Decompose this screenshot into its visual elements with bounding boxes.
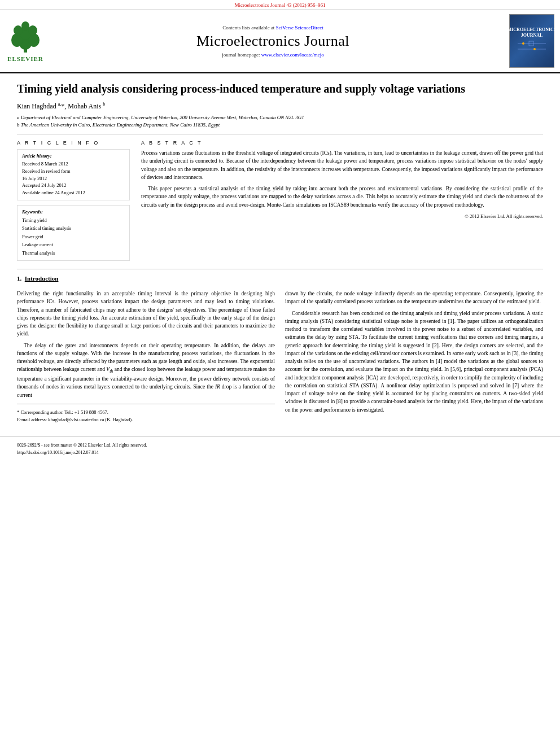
footer-area: 0026-2692/$ - see front matter © 2012 El…: [0, 436, 560, 458]
cover-title: MICROELECTRONICSJOURNAL: [508, 27, 557, 38]
email-label: E-mail address:: [17, 417, 47, 422]
intro-section-title: 1. Introduction: [17, 275, 543, 282]
journal-cover-image: MICROELECTRONICSJOURNAL: [509, 14, 554, 68]
article-info-col: A R T I C L E I N F O Article history: R…: [17, 140, 130, 261]
journal-citation: Microelectronics Journal 43 (2012) 956–9…: [235, 2, 326, 8]
keyword-2: Statistical timing analysis: [22, 224, 125, 232]
info-abstract-section: A R T I C L E I N F O Article history: R…: [17, 140, 543, 261]
svg-point-5: [14, 25, 23, 36]
keyword-3: Power grid: [22, 233, 125, 241]
abstract-heading: A B S T R A C T: [141, 140, 543, 146]
journal-homepage-line: journal homepage: www.elsevier.com/locat…: [45, 52, 501, 58]
svg-point-10: [522, 42, 524, 45]
intro-number: 1.: [17, 275, 21, 282]
keywords-label: Keywords:: [22, 209, 125, 215]
journal-title: Microelectronics Journal: [45, 33, 501, 50]
affiliation-a: a Department of Electrical and Computer …: [17, 114, 543, 121]
svg-point-7: [21, 21, 29, 30]
journal-center-info: Contents lists available at SciVerse Sci…: [45, 25, 501, 58]
article-history-box: Article history: Received 8 March 2012 R…: [17, 149, 130, 200]
svg-point-11: [533, 48, 536, 50]
article-title: Timing yield analysis considering proces…: [17, 81, 543, 96]
keyword-4: Leakage current: [22, 241, 125, 248]
email-value: khaghdad@vlsi.uwaterloo.ca (K. Haghdad).: [48, 417, 133, 422]
sciverse-link[interactable]: SciVerse ScienceDirect: [276, 25, 323, 30]
doi-line: http://dx.doi.org/10.1016/j.mejo.2012.07…: [17, 450, 543, 455]
journal-homepage-link[interactable]: www.elsevier.com/locate/mejo: [261, 52, 324, 58]
author-kian: Kian Haghdad: [17, 102, 58, 110]
cover-box: MICROELECTRONICSJOURNAL: [509, 14, 554, 68]
received-date: Received 8 March 2012: [22, 160, 125, 168]
journal-header: ELSEVIER Contents lists available at Sci…: [0, 10, 560, 73]
author-separator: , Mohab Anis: [64, 102, 103, 110]
elsevier-tree-icon: [6, 20, 45, 54]
journal-citation-bar: Microelectronics Journal 43 (2012) 956–9…: [0, 0, 560, 10]
abstract-copyright: © 2012 Elsevier Ltd. All rights reserved…: [141, 213, 543, 219]
introduction-section: 1. Introduction: [17, 275, 543, 282]
footnote-star: * Corresponding author. Tel.: +1 519 888…: [17, 409, 275, 416]
elsevier-logo-area: ELSEVIER: [6, 20, 45, 62]
abstract-p2: This paper presents a statistical analys…: [141, 185, 543, 209]
intro-p1: Delivering the right functionality in an…: [17, 290, 275, 338]
footnote-email: E-mail address: khaghdad@vlsi.uwaterloo.…: [17, 416, 275, 423]
keyword-1: Timing yield: [22, 216, 125, 224]
body-right-col: drawn by the circuits, the node voltage …: [285, 290, 543, 423]
col-footnote-divider: [17, 404, 275, 404]
intro-p2: The delay of the gates and interconnects…: [17, 342, 275, 399]
elsevier-wordmark: ELSEVIER: [7, 55, 43, 62]
intro-p3: drawn by the circuits, the node voltage …: [285, 290, 543, 306]
accepted-date: Accepted 24 July 2012: [22, 182, 125, 189]
affiliation-b: b The American University in Cairo, Elec…: [17, 121, 543, 129]
revised-date: 16 July 2012: [22, 175, 125, 182]
received-revised-label: Received in revised form: [22, 168, 125, 175]
footnote-area: * Corresponding author. Tel.: +1 519 888…: [17, 409, 275, 423]
body-two-col: Delivering the right functionality in an…: [17, 290, 543, 423]
author-b-sup: b: [103, 102, 105, 107]
keyword-5: Thermal analysis: [22, 249, 125, 257]
svg-point-6: [28, 25, 37, 36]
available-online: Available online 24 August 2012: [22, 189, 125, 196]
cover-decoration: [515, 38, 549, 55]
authors-line: Kian Haghdad a,*, Mohab Anis b: [17, 102, 543, 111]
intro-title-text: Introduction: [25, 275, 59, 282]
header-divider: [17, 134, 543, 134]
section-divider: [17, 269, 543, 269]
intro-p4: Considerable research has been conducted…: [285, 309, 543, 414]
history-label: Article history:: [22, 153, 125, 159]
abstract-text: Process variations cause fluctuations in…: [141, 149, 543, 209]
issn-line: 0026-2692/$ - see front matter © 2012 El…: [17, 443, 543, 448]
keywords-box: Keywords: Timing yield Statistical timin…: [17, 205, 130, 261]
contents-available-line: Contents lists available at SciVerse Sci…: [45, 25, 501, 30]
affiliations: a Department of Electrical and Computer …: [17, 114, 543, 128]
body-left-col: Delivering the right functionality in an…: [17, 290, 275, 423]
main-content-area: Timing yield analysis considering proces…: [0, 73, 560, 431]
abstract-col: A B S T R A C T Process variations cause…: [141, 140, 543, 261]
abstract-p1: Process variations cause fluctuations in…: [141, 149, 543, 181]
article-info-heading: A R T I C L E I N F O: [17, 140, 130, 146]
